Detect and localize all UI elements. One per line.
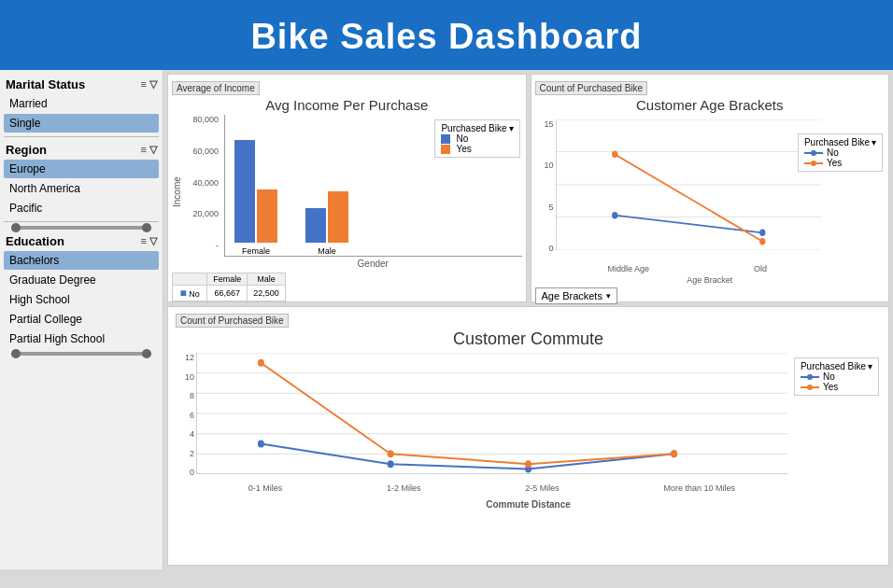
commute-legend-title: Purchased Bike ▾ <box>801 361 872 371</box>
svg-point-9 <box>811 161 816 166</box>
x-old: Old <box>754 264 767 273</box>
edu-slider-handle-left[interactable] <box>11 349 21 358</box>
age-legend-arrow[interactable]: ▾ <box>872 137 876 147</box>
age-bracket-label: Count of Purchased Bike <box>535 81 648 95</box>
age-bracket-dropdown-arrow: ▾ <box>606 291 611 301</box>
col-female: Female <box>207 273 248 286</box>
commute-chart: Count of Purchased Bike Customer Commute… <box>167 306 889 566</box>
commute-legend-arrow[interactable]: ▾ <box>868 361 872 371</box>
age-bracket-dropdown-area: Age Brackets ▾ <box>535 285 886 304</box>
commute-legend-no: No <box>801 371 872 382</box>
x-middle-age: Middle Age <box>607 264 649 273</box>
commute-legend: Purchased Bike ▾ No <box>794 357 879 396</box>
yes-line-icon <box>804 159 823 168</box>
commute-svg <box>196 353 787 474</box>
filter-europe[interactable]: Europe <box>4 160 159 178</box>
age-x-labels: Middle Age Old <box>556 264 820 273</box>
legend-no: No <box>441 133 513 144</box>
filter-married[interactable]: Married <box>4 94 159 113</box>
x-0-1: 0-1 Miles <box>248 483 283 493</box>
svg-point-24 <box>525 460 532 468</box>
filter-pacific[interactable]: Pacific <box>4 199 159 217</box>
no-dot-middle <box>612 212 617 218</box>
marital-status-label: Marital Status <box>6 77 85 91</box>
slider-handle-left[interactable] <box>11 223 21 232</box>
main-area: Marital Status ≡ ▽ Married Single Region… <box>0 70 893 569</box>
age-legend-no: No <box>804 147 876 158</box>
svg-point-25 <box>671 450 677 457</box>
svg-point-29 <box>807 385 813 390</box>
commute-chart-label: Count of Purchased Bike <box>176 314 289 328</box>
age-line-chart-container: 15 10 5 0 <box>535 115 886 273</box>
region-slider[interactable] <box>11 226 151 230</box>
commute-legend-yes: Yes <box>801 382 872 392</box>
filter-high-school[interactable]: High School <box>4 290 159 309</box>
filter-partial-high-school[interactable]: Partial High School <box>4 329 159 348</box>
funnel-icon[interactable]: ▽ <box>149 78 157 91</box>
x-1-2: 1-2 Miles <box>387 483 421 493</box>
region-label: Region <box>6 143 47 157</box>
table-row-no: ■ No 66,667 22,500 <box>173 286 286 301</box>
marital-status-filter: Marital Status ≡ ▽ Married Single <box>4 76 159 133</box>
row-no-female: 66,667 <box>207 286 248 301</box>
avg-income-chart: Average of Income Avg Income Per Purchas… <box>167 74 527 302</box>
filter-single[interactable]: Single <box>4 114 159 133</box>
x-axis-label: Gender <box>224 259 522 269</box>
yes-line <box>615 154 762 241</box>
svg-point-7 <box>811 150 816 156</box>
female-bars <box>234 140 277 243</box>
sort-icon[interactable]: ≡ <box>141 78 147 91</box>
age-bracket-title: Customer Age Brackets <box>535 97 886 113</box>
commute-y-axis: 12 10 8 6 4 2 0 <box>176 353 196 477</box>
region-sort-icon[interactable]: ≡ <box>141 144 147 156</box>
male-yes-bar <box>328 191 348 243</box>
commute-no-icon <box>801 372 819 382</box>
commute-title: Customer Commute <box>176 329 881 349</box>
no-dot-old <box>759 230 765 236</box>
x-10plus: More than 10 Miles <box>664 483 736 493</box>
avg-income-legend: Purchased Bike ▾ No Yes <box>434 119 519 158</box>
col-empty <box>173 273 207 286</box>
region-funnel-icon[interactable]: ▽ <box>149 144 157 156</box>
commute-yes-icon <box>801 383 819 392</box>
female-bar-group: Female <box>234 140 277 256</box>
col-male: Male <box>248 273 286 286</box>
no-line-icon <box>804 148 823 158</box>
age-bracket-dropdown[interactable]: Age Brackets ▾ <box>535 287 617 304</box>
region-header: Region ≡ ▽ <box>4 141 159 159</box>
commute-no-line <box>261 444 673 469</box>
filter-graduate-degree[interactable]: Graduate Degree <box>4 271 159 289</box>
row-no-male: 22,500 <box>248 286 286 301</box>
legend-yes: Yes <box>441 144 513 154</box>
x-2-5: 2-5 Miles <box>525 483 560 493</box>
male-no-bar <box>305 208 326 243</box>
content-area: Average of Income Avg Income Per Purchas… <box>163 70 893 569</box>
yes-dot-old <box>759 238 765 245</box>
age-line-svg <box>556 119 822 250</box>
male-label: Male <box>318 246 336 256</box>
education-filter: Education ≡ ▽ Bachelors Graduate Degree … <box>4 232 159 348</box>
education-slider[interactable] <box>11 352 151 356</box>
filter-bachelors[interactable]: Bachelors <box>4 251 159 270</box>
female-label: Female <box>242 246 270 256</box>
education-funnel-icon[interactable]: ▽ <box>149 235 157 247</box>
yes-dot-middle <box>612 151 617 158</box>
age-legend-title: Purchased Bike ▾ <box>804 137 876 147</box>
edu-slider-handle-right[interactable] <box>142 349 151 358</box>
age-legend: Purchased Bike ▾ No <box>798 133 883 172</box>
legend-dropdown-arrow[interactable]: ▾ <box>509 123 514 133</box>
row-no-label: ■ No <box>173 286 207 301</box>
legend-title: Purchased Bike ▾ <box>441 123 513 133</box>
marital-status-header: Marital Status ≡ ▽ <box>4 76 159 93</box>
commute-x-axis-label: Commute Distance <box>176 499 881 510</box>
filter-north-america[interactable]: North America <box>4 179 159 198</box>
yes-color-dot <box>441 145 450 154</box>
marital-status-icons: ≡ ▽ <box>141 78 157 91</box>
dashboard-title: Bike Sales Dashboard <box>250 17 642 56</box>
svg-point-19 <box>388 460 394 468</box>
bar-chart-container: Income 80,000 60,000 40,000 20,000 - <box>172 115 522 269</box>
slider-handle-right[interactable] <box>142 223 151 232</box>
education-sort-icon[interactable]: ≡ <box>141 235 147 247</box>
filter-partial-college[interactable]: Partial College <box>4 310 159 329</box>
male-bar-group: Male <box>305 191 348 256</box>
